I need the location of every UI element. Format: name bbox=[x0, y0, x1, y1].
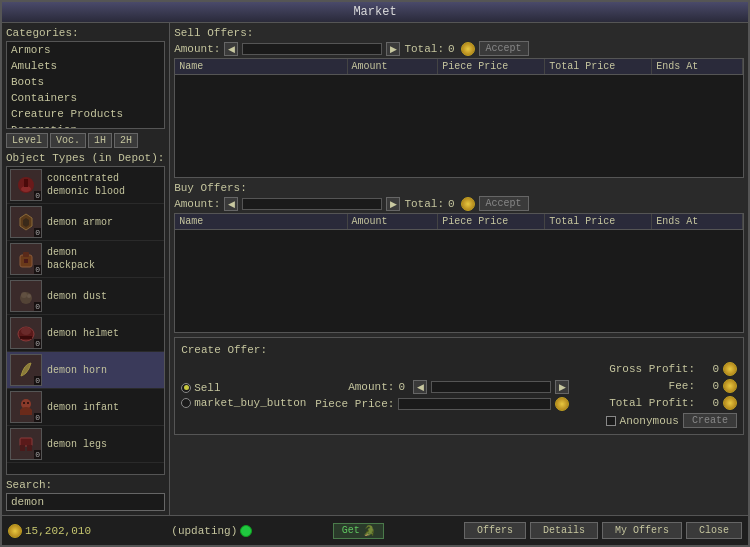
sell-offers-table[interactable]: Name Amount Piece Price Total Price Ends… bbox=[174, 58, 744, 178]
list-item[interactable]: 0 demon horn bbox=[7, 352, 164, 389]
buy-col-total: Total Price bbox=[545, 214, 652, 229]
fee-gold-icon bbox=[723, 379, 737, 393]
item-icon-demon-dust: 0 bbox=[10, 280, 42, 312]
buy-total-label: Total: bbox=[404, 198, 444, 210]
fee-row: Fee: 0 bbox=[577, 379, 737, 393]
item-name-concentrated: concentrateddemonic blood bbox=[47, 172, 125, 198]
buy-col-amount: Amount bbox=[348, 214, 439, 229]
offer-type-radio-group: Sell market_buy_button bbox=[181, 382, 306, 409]
object-list[interactable]: 0 concentrateddemonic blood 0 demon armo… bbox=[6, 166, 165, 475]
item-name-demon-legs: demon legs bbox=[47, 438, 107, 451]
main-area: Categories: Armors Amulets Boots Contain… bbox=[2, 23, 748, 515]
anonymous-label: Anonymous bbox=[620, 415, 679, 427]
gross-profit-label: Gross Profit: bbox=[609, 363, 695, 375]
sell-offers-section: Sell Offers: Amount: ◀ ▶ Total: 0 Accept… bbox=[174, 27, 744, 178]
svg-rect-2 bbox=[24, 179, 28, 187]
category-armors[interactable]: Armors bbox=[7, 42, 164, 58]
close-button[interactable]: Close bbox=[686, 522, 742, 539]
updating-dot-icon bbox=[240, 525, 252, 537]
item-icon-demon-backpack: 0 bbox=[10, 243, 42, 275]
sell-col-name: Name bbox=[175, 59, 347, 74]
gold-display: 15,202,010 bbox=[8, 524, 91, 538]
market-window: Market Categories: Armors Amulets Boots … bbox=[0, 0, 750, 547]
list-item[interactable]: 0 demon infant bbox=[7, 389, 164, 426]
category-containers[interactable]: Containers bbox=[7, 90, 164, 106]
buy-accept-button[interactable]: Accept bbox=[479, 196, 529, 211]
buy-col-piece: Piece Price bbox=[438, 214, 545, 229]
create-amount-right-arrow[interactable]: ▶ bbox=[555, 380, 569, 394]
category-boots[interactable]: Boots bbox=[7, 74, 164, 90]
sell-radio-label: Sell bbox=[194, 382, 220, 394]
list-item[interactable]: 0 concentrateddemonic blood bbox=[7, 167, 164, 204]
search-input[interactable]: demon bbox=[6, 493, 165, 511]
filter-2h-button[interactable]: 2H bbox=[114, 133, 138, 148]
anonymous-checkbox[interactable] bbox=[606, 416, 616, 426]
buy-amount-right-arrow[interactable]: ▶ bbox=[386, 197, 400, 211]
sell-offers-controls: Amount: ◀ ▶ Total: 0 Accept bbox=[174, 41, 744, 56]
list-item[interactable]: 0 demon dust bbox=[7, 278, 164, 315]
create-button[interactable]: Create bbox=[683, 413, 737, 428]
get-label: Get bbox=[342, 525, 360, 536]
sell-amount-slider[interactable] bbox=[242, 43, 382, 55]
category-creature-products[interactable]: Creature Products bbox=[7, 106, 164, 122]
svg-rect-10 bbox=[20, 336, 32, 339]
list-item[interactable]: 0 demonbackpack bbox=[7, 241, 164, 278]
details-button[interactable]: Details bbox=[530, 522, 598, 539]
total-profit-label: Total Profit: bbox=[609, 397, 695, 409]
buy-amount-left-arrow[interactable]: ◀ bbox=[224, 197, 238, 211]
sell-col-ends: Ends At bbox=[652, 59, 743, 74]
sell-col-amount: Amount bbox=[348, 59, 439, 74]
item-icon-demon-legs: 0 bbox=[10, 428, 42, 460]
offers-button[interactable]: Offers bbox=[464, 522, 526, 539]
list-item[interactable]: 0 demon helmet bbox=[7, 315, 164, 352]
buy-offers-table[interactable]: Name Amount Piece Price Total Price Ends… bbox=[174, 213, 744, 333]
categories-list[interactable]: Armors Amulets Boots Containers Creature… bbox=[6, 41, 165, 129]
buy-amount-slider[interactable] bbox=[242, 198, 382, 210]
item-name-demon-infant: demon infant bbox=[47, 401, 119, 414]
item-name-demon-armor: demon armor bbox=[47, 216, 113, 229]
piece-price-slider[interactable] bbox=[398, 398, 551, 410]
get-button[interactable]: Get 🐊 bbox=[333, 523, 384, 539]
list-item[interactable]: 0 demon armor bbox=[7, 204, 164, 241]
create-amount-slider[interactable] bbox=[431, 381, 551, 393]
category-amulets[interactable]: Amulets bbox=[7, 58, 164, 74]
filter-1h-button[interactable]: 1H bbox=[88, 133, 112, 148]
piece-price-field-row: Piece Price: bbox=[314, 397, 569, 411]
bottom-buttons: Offers Details My Offers Close bbox=[464, 522, 742, 539]
category-decoration[interactable]: Decoration bbox=[7, 122, 164, 129]
buy-gold-icon bbox=[461, 197, 475, 211]
filter-voc-button[interactable]: Voc. bbox=[50, 133, 86, 148]
list-item[interactable]: 0 demon legs bbox=[7, 426, 164, 463]
gross-profit-row: Gross Profit: 0 bbox=[577, 362, 737, 376]
svg-rect-5 bbox=[24, 259, 28, 263]
gold-amount: 15,202,010 bbox=[25, 525, 91, 537]
create-amount-label: Amount: bbox=[314, 381, 394, 393]
piece-price-gold-icon bbox=[555, 397, 569, 411]
sell-radio[interactable]: Sell bbox=[181, 382, 306, 394]
sell-accept-button[interactable]: Accept bbox=[479, 41, 529, 56]
piece-price-label: Piece Price: bbox=[314, 398, 394, 410]
sell-amount-left-arrow[interactable]: ◀ bbox=[224, 42, 238, 56]
buy-offers-controls: Amount: ◀ ▶ Total: 0 Accept bbox=[174, 196, 744, 211]
item-icon-demon-horn: 0 bbox=[10, 354, 42, 386]
svg-rect-16 bbox=[20, 445, 25, 451]
search-area: Search: demon bbox=[6, 479, 165, 511]
sell-total-value: 0 bbox=[448, 43, 455, 55]
filter-level-button[interactable]: Level bbox=[6, 133, 48, 148]
fee-value: 0 bbox=[699, 380, 719, 392]
item-name-demon-dust: demon dust bbox=[47, 290, 107, 303]
buy-total-value: 0 bbox=[448, 198, 455, 210]
search-label: Search: bbox=[6, 479, 165, 491]
filter-buttons: Level Voc. 1H 2H bbox=[6, 133, 165, 148]
item-name-demon-horn: demon horn bbox=[47, 364, 107, 377]
create-offer-title: Create Offer: bbox=[181, 344, 737, 356]
sell-amount-right-arrow[interactable]: ▶ bbox=[386, 42, 400, 56]
sell-gold-icon bbox=[461, 42, 475, 56]
create-amount-left-arrow[interactable]: ◀ bbox=[413, 380, 427, 394]
amount-field-row: Amount: 0 ◀ ▶ bbox=[314, 380, 569, 394]
total-profit-gold-icon bbox=[723, 396, 737, 410]
buy-radio[interactable]: market_buy_button bbox=[181, 397, 306, 409]
svg-point-7 bbox=[21, 292, 27, 298]
updating-badge: (updating) bbox=[171, 525, 252, 537]
my-offers-button[interactable]: My Offers bbox=[602, 522, 682, 539]
